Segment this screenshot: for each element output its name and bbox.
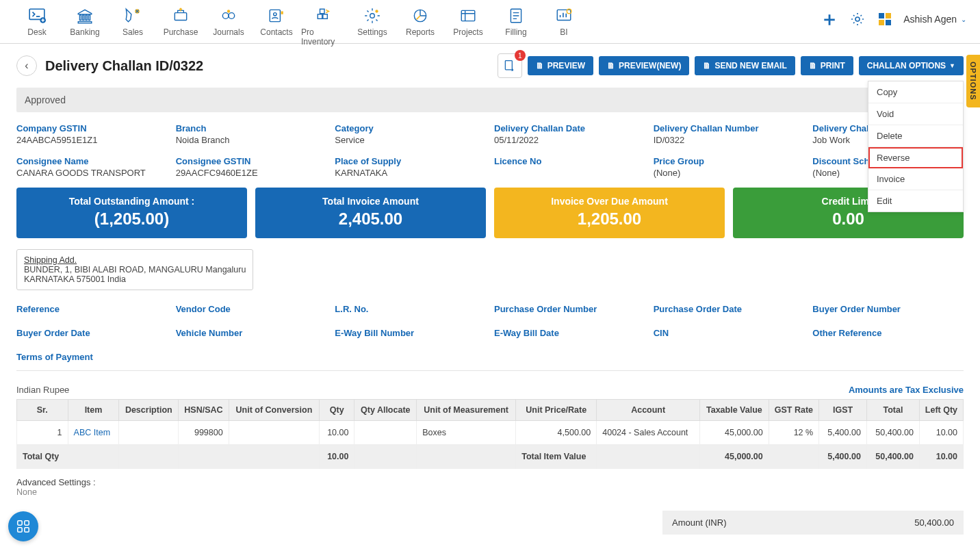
th-account: Account <box>597 400 700 421</box>
nav-label: Reports <box>406 27 435 37</box>
top-nav: Desk Banking Sales Purchase Journals Con… <box>0 0 980 44</box>
card-overdue: Invoice Over Due Amount1,205.00 <box>494 188 725 238</box>
challan-options-button[interactable]: CHALLAN OPTIONS▼ <box>859 56 964 75</box>
nav-settings[interactable]: Settings <box>349 5 396 47</box>
send-email-button[interactable]: 🗎SEND NEW EMAIL <box>695 56 795 75</box>
nav-label: Filling <box>505 27 526 37</box>
svg-point-4 <box>222 13 229 19</box>
nav-contacts[interactable]: Contacts <box>253 5 300 47</box>
th-desc: Description <box>119 400 179 421</box>
preview-new-button[interactable]: 🗎PREVIEW(NEW) <box>599 56 689 75</box>
nav-reports[interactable]: Reports <box>397 5 443 47</box>
nav-bi[interactable]: BI <box>541 5 587 47</box>
svg-rect-10 <box>318 14 322 19</box>
nav-journals[interactable]: Journals <box>205 5 252 47</box>
field-buyer-order-date: Buyer Order Date <box>16 328 168 339</box>
th-left: Left Qty <box>919 400 963 421</box>
advanced-label: Advanced Settings : <box>16 477 964 487</box>
th-gstrate: GST Rate <box>769 400 819 421</box>
field-po-date: Purchase Order Date <box>654 304 805 316</box>
foot-label: Total Qty <box>17 445 68 469</box>
challan-options-menu: Copy Void Delete Reverse Invoice Edit <box>868 81 964 212</box>
user-menu[interactable]: Ashish Agen⌄ <box>903 14 966 25</box>
currency-row: Indian Rupee Amounts are Tax Exclusive <box>16 385 964 395</box>
nav-label: Contacts <box>260 27 292 37</box>
svg-rect-29 <box>25 528 29 532</box>
field-po-number: Purchase Order Number <box>494 304 645 316</box>
nav-items: Desk Banking Sales Purchase Journals Con… <box>14 5 587 47</box>
svg-point-6 <box>227 10 230 12</box>
th-uom: Unit of Measurement <box>417 400 516 421</box>
bi-icon <box>555 7 573 25</box>
cell-uom: Boxes <box>417 421 516 445</box>
menu-edit[interactable]: Edit <box>868 190 963 212</box>
desk-icon <box>28 7 46 25</box>
field-vehicle-number: Vehicle Number <box>176 328 327 339</box>
nav-proinventory[interactable]: Pro Inventory <box>301 5 348 47</box>
btn-label: CHALLAN OPTIONS <box>867 61 946 71</box>
menu-void[interactable]: Void <box>868 103 963 125</box>
preview-button[interactable]: 🗎PREVIEW <box>528 56 593 75</box>
cell-sr: 1 <box>17 421 68 445</box>
svg-rect-23 <box>879 20 884 25</box>
shipping-address: Shipping Add. BUNDER, 1, BIBI ALABI ROAD… <box>16 249 253 290</box>
nav-projects[interactable]: Projects <box>445 5 491 47</box>
svg-rect-9 <box>281 12 283 14</box>
field-price-group: Price Group(None) <box>654 156 805 178</box>
menu-delete[interactable]: Delete <box>868 125 963 147</box>
inventory-icon <box>315 7 333 25</box>
nav-label: Projects <box>453 27 482 37</box>
back-button[interactable]: ‹ <box>16 55 37 76</box>
field-place-of-supply: Place of SupplyKARNATAKA <box>335 156 486 178</box>
advanced-settings: Advanced Settings : None <box>16 477 964 497</box>
th-rate: Unit Price/Rate <box>516 400 597 421</box>
apps-icon[interactable] <box>876 10 894 28</box>
document-icon: 🗎 <box>703 61 711 71</box>
field-reference: Reference <box>16 304 168 316</box>
field-consignee-name: Consignee NameCANARA GOODS TRANSPORT <box>16 156 168 178</box>
shipping-line1: BUNDER, 1, BIBI ALABI ROAD, MANGALURU Ma… <box>24 265 246 274</box>
svg-rect-25 <box>505 61 512 70</box>
settings-icon <box>363 7 381 25</box>
float-apps-button[interactable] <box>8 511 38 541</box>
item-link[interactable]: ABC Item <box>74 428 111 437</box>
foot-igst: 5,400.00 <box>819 445 867 469</box>
table-header-row: Sr. Item Description HSN/SAC Unit of Con… <box>17 400 964 421</box>
svg-rect-26 <box>18 521 22 525</box>
nav-desk[interactable]: Desk <box>14 5 60 47</box>
field-company-gstin: Company GSTIN24AABCA5951E1Z1 <box>16 123 168 145</box>
gear-icon[interactable] <box>849 10 866 28</box>
page-title: Delivery Challan ID/0322 <box>45 58 203 74</box>
document-icon: 🗎 <box>809 61 817 71</box>
nav-purchase[interactable]: Purchase <box>157 5 204 47</box>
purchase-icon <box>172 7 190 25</box>
field-buyer-order-number: Buyer Order Number <box>812 304 964 316</box>
foot-taxable: 45,000.00 <box>700 445 769 469</box>
svg-point-8 <box>274 13 276 16</box>
nav-sales[interactable]: Sales <box>109 5 156 47</box>
document-icon: 🗎 <box>536 61 544 71</box>
table-row: 1 ABC Item 999800 10.00 Boxes 4,500.00 4… <box>17 421 964 445</box>
attachment-button[interactable]: 1 <box>498 53 522 78</box>
menu-invoice[interactable]: Invoice <box>868 168 963 190</box>
projects-icon <box>459 7 477 25</box>
nav-label: Settings <box>357 27 387 37</box>
cell-rate: 4,500.00 <box>516 421 597 445</box>
advanced-value: None <box>16 487 964 497</box>
contacts-icon <box>268 7 285 25</box>
menu-reverse[interactable]: Reverse <box>868 147 963 168</box>
nav-banking[interactable]: Banking <box>62 5 108 47</box>
items-table-wrap[interactable]: Sr. Item Description HSN/SAC Unit of Con… <box>16 399 964 469</box>
nav-filling[interactable]: Filling <box>493 5 539 47</box>
attachment-badge: 1 <box>515 50 526 61</box>
document-icon: 🗎 <box>607 61 615 71</box>
add-button[interactable]: ＋ <box>820 10 839 29</box>
svg-rect-22 <box>886 13 891 18</box>
field-vendor-code: Vendor Code <box>176 304 327 316</box>
field-lrno: L.R. No. <box>335 304 486 316</box>
svg-point-5 <box>229 13 235 19</box>
print-button[interactable]: 🗎PRINT <box>801 56 853 75</box>
caret-down-icon: ▼ <box>949 62 955 69</box>
cell-igst: 5,400.00 <box>819 421 867 445</box>
menu-copy[interactable]: Copy <box>868 81 963 103</box>
